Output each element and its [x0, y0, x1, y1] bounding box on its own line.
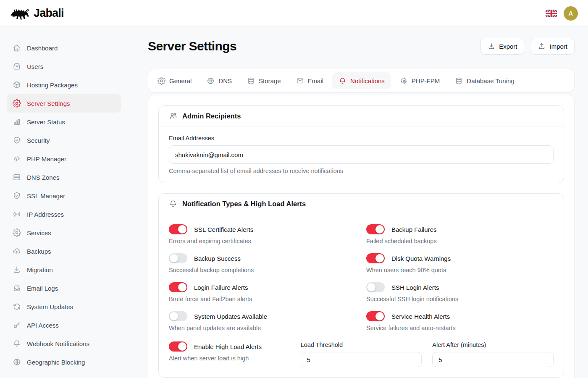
- load-threshold-input[interactable]: [301, 352, 422, 367]
- sidebar-item-label: Users: [27, 63, 43, 70]
- toggle-item-ssh-login-alerts: SSH Login Alerts Successful SSH login no…: [366, 282, 554, 302]
- sidebar-item-label: Server Status: [27, 118, 65, 126]
- database-icon: [455, 77, 463, 85]
- email-addresses-help: Comma-separated list of email addresses …: [169, 168, 554, 174]
- gear-icon: [13, 99, 21, 108]
- alert-after-label: Alert After (minutes): [432, 341, 554, 348]
- sidebar-item-server-settings[interactable]: Server Settings: [7, 94, 121, 113]
- email-addresses-input[interactable]: [169, 145, 554, 164]
- toggle-switch[interactable]: [169, 311, 187, 321]
- toggle-switch[interactable]: [169, 282, 187, 292]
- toggle-item-system-updates-available: System Updates Available When panel upda…: [169, 311, 356, 331]
- home-icon: [13, 44, 21, 52]
- sidebar-item-label: Services: [27, 229, 51, 236]
- sidebar-item-services[interactable]: Services: [7, 223, 121, 242]
- tab-label: Email: [308, 77, 324, 84]
- tab-label: DNS: [218, 77, 232, 84]
- gear-icon: [13, 228, 21, 237]
- toggle-item-backup-success: Backup Success Successful backup complet…: [169, 253, 356, 273]
- tab-email[interactable]: Email: [290, 72, 330, 89]
- top-header: Jabali A: [0, 0, 588, 27]
- card-title: Admin Recipients: [182, 112, 241, 120]
- admin-recipients-card: Admin Recipients Email Addresses Comma-s…: [158, 105, 564, 183]
- page-title: Server Settings: [148, 39, 236, 53]
- toggle-switch[interactable]: [366, 253, 385, 263]
- tab-php-fpm[interactable]: PHP-FPM: [394, 72, 446, 89]
- load-threshold-field: Load Threshold: [301, 341, 422, 367]
- tab-label: Storage: [259, 77, 281, 84]
- sidebar-item-email-logs[interactable]: Email Logs: [7, 279, 121, 297]
- brand-logo[interactable]: Jabali: [10, 7, 64, 20]
- tab-general[interactable]: General: [151, 72, 198, 89]
- sidebar-item-backups[interactable]: Backups: [7, 242, 121, 260]
- users-group-icon: [169, 112, 177, 120]
- sidebar-item-webhook-notifications[interactable]: Webhook Notifications: [7, 334, 121, 353]
- download-icon: [13, 265, 21, 274]
- server-icon: [13, 173, 21, 181]
- toggle-item-backup-failures: Backup Failures Failed scheduled backups: [366, 224, 554, 244]
- sidebar-item-security[interactable]: Security: [7, 131, 121, 150]
- alert-after-field: Alert After (minutes): [432, 341, 554, 367]
- tab-notifications[interactable]: Notifications: [332, 72, 391, 89]
- toggle-item-service-health-alerts: Service Health Alerts Service failures a…: [366, 311, 554, 331]
- import-button[interactable]: Import: [531, 38, 575, 55]
- notifications-panel: Admin Recipients Email Addresses Comma-s…: [148, 95, 575, 378]
- avatar[interactable]: A: [564, 6, 578, 21]
- boar-logo-icon: [10, 7, 29, 20]
- toggle-label: Disk Quota Warnings: [391, 255, 451, 262]
- sidebar-item-users[interactable]: Users: [7, 57, 121, 76]
- toggle-switch[interactable]: [366, 311, 385, 321]
- toggle-description: Successful backup completions: [169, 267, 356, 273]
- toggle-switch[interactable]: [366, 224, 385, 234]
- uk-flag-icon[interactable]: [546, 10, 557, 17]
- tab-label: Database Tuning: [467, 77, 514, 84]
- upload-icon: [538, 42, 546, 50]
- sidebar-item-system-updates[interactable]: System Updates: [7, 297, 121, 316]
- toggle-switch[interactable]: [169, 341, 187, 352]
- shield-icon: [13, 136, 21, 144]
- sidebar-item-php-manager[interactable]: PHP Manager: [7, 150, 121, 168]
- sidebar-item-hosting-packages[interactable]: Hosting Packages: [7, 76, 121, 94]
- toggle-label: System Updates Available: [194, 313, 267, 320]
- package-icon: [13, 81, 21, 89]
- toggle-description: Errors and expiring certificates: [169, 238, 356, 244]
- sidebar-item-geographic-blocking[interactable]: Geographic Blocking: [7, 353, 121, 371]
- toggle-description: Brute force and Fail2ban alerts: [169, 296, 356, 302]
- export-button[interactable]: Export: [480, 38, 524, 55]
- brand-name: Jabali: [34, 7, 64, 20]
- email-addresses-label: Email Addresses: [169, 135, 554, 142]
- toggle-label: Backup Success: [194, 255, 241, 262]
- sidebar-item-label: Backups: [27, 248, 51, 255]
- tab-storage[interactable]: Storage: [241, 72, 287, 89]
- key-icon: [13, 321, 21, 329]
- toggle-description: Alert when server load is high: [169, 355, 290, 362]
- toggle-switch[interactable]: [169, 253, 187, 263]
- sidebar-item-label: SSL Manager: [27, 192, 65, 200]
- sidebar: Dashboard Users Hosting Packages Server …: [0, 27, 128, 378]
- toggle-description: When users reach 90% quota: [366, 267, 554, 273]
- sidebar-item-api-access[interactable]: API Access: [7, 316, 121, 334]
- toggle-description: Successful SSH login notifications: [366, 296, 554, 302]
- sidebar-item-server-status[interactable]: Server Status: [7, 113, 121, 131]
- sidebar-item-migration[interactable]: Migration: [7, 260, 121, 279]
- toggle-item-enable-high-load-alerts: Enable High Load Alerts Alert when serve…: [169, 341, 290, 367]
- sidebar-item-ssl-manager[interactable]: SSL Manager: [7, 186, 121, 205]
- toggle-label: Enable High Load Alerts: [194, 343, 262, 350]
- sidebar-item-label: PHP Manager: [27, 155, 66, 163]
- sidebar-item-dns-zones[interactable]: DNS Zones: [7, 168, 121, 186]
- download-icon: [488, 42, 495, 50]
- tab-database-tuning[interactable]: Database Tuning: [449, 72, 520, 89]
- high-load-row: Enable High Load Alerts Alert when serve…: [159, 341, 564, 377]
- bell-icon: [169, 200, 177, 208]
- sidebar-item-ip-addresses[interactable]: IP Addresses: [7, 205, 121, 223]
- sidebar-item-label: Dashboard: [27, 45, 58, 52]
- toggle-label: Service Health Alerts: [391, 313, 450, 320]
- sidebar-item-dashboard[interactable]: Dashboard: [7, 39, 121, 57]
- sidebar-item-label: Migration: [27, 266, 53, 273]
- toggle-switch[interactable]: [169, 224, 187, 234]
- tab-dns[interactable]: DNS: [200, 72, 238, 89]
- toggle-grid: SSL Certificate Alerts Errors and expiri…: [159, 214, 564, 341]
- globe-icon: [207, 77, 215, 85]
- alert-after-input[interactable]: [432, 352, 554, 367]
- toggle-switch[interactable]: [366, 282, 385, 292]
